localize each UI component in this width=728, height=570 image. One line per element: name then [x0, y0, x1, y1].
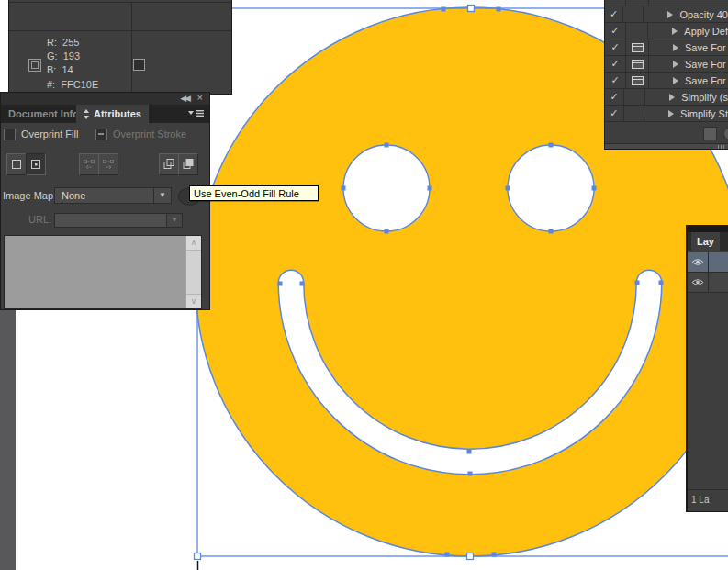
selection-handle-corner[interactable]: [195, 553, 201, 560]
actions-row[interactable]: ✓ Save For: [605, 39, 728, 56]
anchor-point[interactable]: [659, 281, 664, 285]
layers-list-empty-area: [688, 293, 728, 490]
anchor-point[interactable]: [278, 282, 283, 286]
toggle-item-checkmark-icon[interactable]: ✓: [605, 73, 626, 88]
dialog-toggle-cell[interactable]: [626, 56, 649, 72]
actions-row[interactable]: ✓ Simplify (s: [605, 89, 728, 106]
dropdown-arrow-icon[interactable]: ▼: [153, 188, 171, 203]
url-label: URL:: [28, 214, 51, 225]
anchor-point[interactable]: [506, 186, 510, 191]
toggle-item-checkmark-icon[interactable]: ✓: [605, 89, 624, 105]
anchor-point[interactable]: [492, 553, 497, 557]
selection-handle-top[interactable]: [468, 6, 475, 12]
anchor-point[interactable]: [385, 143, 389, 148]
show-center-button[interactable]: [26, 153, 46, 175]
disclosure-triangle-icon[interactable]: [673, 77, 678, 84]
anchor-point[interactable]: [467, 450, 472, 454]
tab-attributes-label: Attributes: [94, 105, 141, 123]
action-label: Save For: [685, 59, 726, 70]
reverse-path-direction-on-button[interactable]: [98, 153, 118, 175]
anchor-point[interactable]: [468, 472, 473, 476]
overprint-stroke-checkbox[interactable]: [95, 129, 107, 140]
actions-row[interactable]: ✓ Save For: [605, 56, 728, 73]
url-combo-box[interactable]: ▼: [54, 213, 183, 228]
dialog-toggle-cell[interactable]: [626, 23, 649, 39]
overprint-fill-checkbox[interactable]: [4, 129, 16, 140]
image-map-label: Image Map:: [3, 190, 56, 201]
info-panel-gridline: [9, 2, 231, 3]
listbox-scrollbar[interactable]: ∧ ∨: [185, 236, 201, 308]
fill-color-swatch-icon: [28, 59, 41, 72]
scroll-down-icon[interactable]: ∨: [186, 294, 201, 308]
anchor-point[interactable]: [428, 186, 432, 191]
tab-attributes[interactable]: Attributes: [76, 105, 149, 123]
even-odd-fill-rule-button[interactable]: [178, 153, 198, 175]
disclosure-triangle-icon[interactable]: [667, 11, 673, 18]
disclosure-triangle-icon[interactable]: [673, 61, 678, 68]
visibility-toggle[interactable]: [688, 273, 709, 292]
visibility-toggle[interactable]: [688, 252, 709, 272]
anchor-point[interactable]: [442, 7, 446, 12]
dialog-toggle-cell[interactable]: [624, 89, 645, 105]
dont-show-center-button[interactable]: [6, 153, 27, 175]
anchor-point[interactable]: [549, 143, 554, 148]
eye-icon: [691, 258, 704, 266]
layers-panel-titlebar[interactable]: [688, 226, 728, 232]
anchor-point[interactable]: [300, 282, 305, 286]
tab-document-info[interactable]: Document Info: [1, 105, 86, 123]
non-zero-winding-fill-rule-button[interactable]: [159, 153, 179, 175]
layers-count-status: 1 La: [688, 490, 728, 505]
fill-blue-value: B: 14: [47, 64, 73, 75]
dialog-toggle-icon[interactable]: [632, 60, 644, 69]
actions-row[interactable]: ✓ Save For: [605, 73, 728, 89]
anchor-point[interactable]: [342, 186, 346, 191]
tab-layers[interactable]: Lay: [691, 232, 720, 251]
disclosure-triangle-icon[interactable]: [672, 28, 678, 35]
anchor-point[interactable]: [385, 229, 389, 234]
toggle-item-checkmark-icon[interactable]: ✓: [605, 39, 626, 55]
overprint-fill-label: Overprint Fill: [21, 129, 78, 140]
anchor-point[interactable]: [497, 7, 501, 12]
attributes-tab-bar: Document Info Attributes: [1, 105, 209, 123]
actions-row[interactable]: ✓ Apply Def: [605, 23, 728, 39]
dialog-toggle-cell[interactable]: [623, 6, 644, 22]
anchor-point[interactable]: [635, 281, 640, 285]
panel-menu-icon[interactable]: [188, 108, 204, 118]
anchor-point[interactable]: [549, 229, 554, 234]
dialog-toggle-cell[interactable]: [626, 39, 649, 55]
action-label: Opacity 40: [679, 9, 728, 20]
disclosure-triangle-icon[interactable]: [673, 44, 678, 51]
actions-row[interactable]: ✓ Opacity 40: [605, 6, 728, 23]
dialog-toggle-icon[interactable]: [632, 76, 644, 85]
toggle-item-checkmark-icon[interactable]: ✓: [605, 23, 626, 39]
grip-lines-icon: [718, 145, 726, 149]
stop-playing-button[interactable]: [703, 127, 717, 140]
layer-row[interactable]: [688, 273, 728, 293]
dialog-toggle-cell[interactable]: [626, 73, 649, 88]
dialog-toggle-cell[interactable]: [624, 106, 644, 121]
anchor-point[interactable]: [445, 553, 450, 557]
panel-cycle-icon: [84, 109, 90, 119]
dialog-toggle-icon[interactable]: [632, 43, 644, 52]
attributes-panel-header: ◀◀ ×: [1, 93, 209, 105]
scroll-up-icon[interactable]: ∧: [186, 236, 201, 251]
image-map-dropdown[interactable]: None ▼: [54, 187, 172, 204]
toggle-item-checkmark-icon[interactable]: ✓: [605, 6, 623, 22]
disclosure-triangle-icon[interactable]: [668, 110, 674, 117]
toggle-item-checkmark-icon[interactable]: ✓: [605, 106, 624, 121]
selection-handle-bottom[interactable]: [467, 553, 474, 560]
collapse-panel-icon[interactable]: ◀◀: [180, 94, 189, 103]
image-map-row: Image Map:: [3, 187, 56, 204]
url-history-listbox[interactable]: ∧ ∨: [4, 235, 202, 309]
right-eye-shape[interactable]: [508, 145, 594, 231]
anchor-point[interactable]: [592, 186, 597, 191]
disclosure-triangle-icon[interactable]: [669, 94, 675, 101]
close-panel-icon[interactable]: ×: [197, 92, 203, 103]
actions-row[interactable]: ✓ Simplify St: [605, 106, 728, 122]
record-button[interactable]: [723, 127, 728, 140]
toggle-item-checkmark-icon[interactable]: ✓: [605, 56, 626, 72]
layer-row-selected[interactable]: [688, 252, 728, 273]
left-eye-shape[interactable]: [343, 145, 430, 231]
panel-resize-grip[interactable]: [605, 143, 728, 150]
reverse-path-direction-off-button[interactable]: [79, 153, 99, 175]
